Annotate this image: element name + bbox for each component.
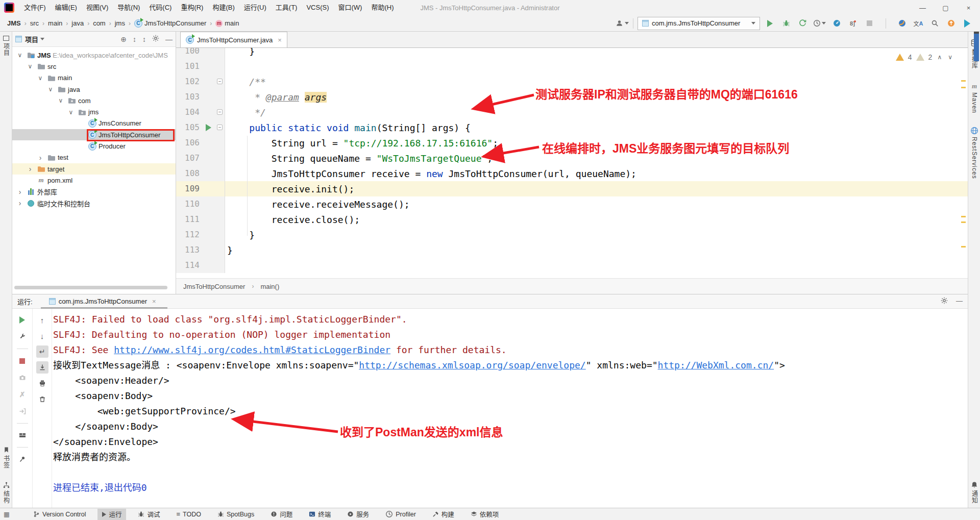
update-icon[interactable] (945, 17, 957, 30)
status-todo[interactable]: ≡TODO (172, 509, 206, 520)
breadcrumb-item-JMS[interactable]: JMS (6, 19, 22, 27)
pin-tab-button[interactable] (16, 453, 29, 465)
soft-wrap-button[interactable]: ↵ (36, 345, 48, 358)
tree-item-pom.xml[interactable]: mpom.xml (12, 175, 176, 186)
bytecode-viewer-icon[interactable]: 8] (847, 17, 859, 30)
run-gutter-icon[interactable] (206, 124, 211, 131)
menu-工具(T)[interactable]: 工具(T) (271, 0, 302, 15)
status-debug[interactable]: 调试 (133, 509, 164, 520)
scroll-to-end-button[interactable] (36, 361, 48, 374)
menu-代码(C)[interactable]: 代码(C) (144, 0, 176, 15)
profiler-button[interactable] (813, 17, 826, 30)
close-button[interactable]: × (957, 0, 980, 15)
horizontal-scrollbar[interactable] (14, 286, 167, 289)
stripe-warning-mark[interactable] (961, 80, 966, 82)
chevron-down-icon[interactable] (40, 38, 44, 40)
breadcrumb-class[interactable]: JmsToHttpConsumer (183, 283, 245, 290)
status-dependencies[interactable]: 依赖项 (466, 509, 504, 520)
console-link[interactable]: http://schemas.xmlsoap.org/soap/envelope… (359, 360, 585, 370)
user-icon[interactable] (616, 17, 629, 30)
console-output[interactable]: SLF4J: Failed to load class "org.slf4j.i… (53, 312, 966, 506)
minimize-button[interactable]: — (911, 0, 934, 15)
status-version-control[interactable]: Version Control (29, 509, 90, 520)
expand-all-icon[interactable]: ↕ (133, 35, 136, 43)
chevron-expanded-icon[interactable]: ∨ (27, 63, 34, 70)
maximize-button[interactable]: ▢ (934, 0, 957, 15)
chevron-collapsed-icon[interactable]: › (16, 199, 23, 207)
tree-item-Producer[interactable]: CProducer (12, 140, 176, 152)
chevron-expanded-icon[interactable]: ∨ (37, 75, 44, 82)
chevron-collapsed-icon[interactable]: › (16, 188, 23, 196)
print-button[interactable] (36, 377, 48, 389)
chevron-expanded-icon[interactable]: ∨ (67, 109, 75, 116)
status-profiler[interactable]: Profiler (381, 509, 421, 520)
console-link[interactable]: http://WebXml.com.cn/ (658, 360, 774, 370)
toolwindow-notifications[interactable]: 通知 (970, 481, 979, 504)
status-build[interactable]: 构建 (428, 509, 459, 520)
tree-item-JmsConsumer[interactable]: CJmsConsumer (12, 118, 176, 129)
close-tab-icon[interactable]: × (152, 298, 156, 305)
toolwindow-project[interactable]: 项目 (2, 36, 11, 56)
run-button[interactable] (764, 17, 775, 30)
plugin-icon[interactable] (896, 17, 908, 30)
chevron-collapsed-icon[interactable]: › (37, 154, 44, 162)
breadcrumb-item-com[interactable]: com (92, 19, 107, 27)
code-editor[interactable]: 100 }101102− /**103 * @param args104− */… (176, 48, 968, 278)
menu-导航(N)[interactable]: 导航(N) (113, 0, 144, 15)
translate-icon[interactable]: 文A (913, 17, 924, 30)
status-terminal[interactable]: 终端 (304, 509, 335, 520)
down-stack-trace-button[interactable]: ↓ (36, 330, 48, 342)
rerun-button[interactable] (16, 314, 29, 326)
kill-process-button[interactable]: ✗ (16, 388, 29, 401)
menu-帮助(H)[interactable]: 帮助(H) (366, 0, 398, 15)
run-configuration-select[interactable]: com.jms.JmsToHttpConsumer (638, 17, 760, 30)
tree-item-target[interactable]: ›target (12, 163, 176, 175)
tree-item-jms[interactable]: ∨jms (12, 106, 176, 117)
status-problems[interactable]: 问题 (266, 509, 297, 520)
menu-VCS(S)[interactable]: VCS(S) (302, 0, 333, 15)
toolwindow-switcher-icon[interactable]: ▦ (0, 510, 13, 518)
status-spotbugs[interactable]: SpotBugs (213, 509, 259, 520)
hide-panel-icon[interactable]: — (165, 35, 173, 43)
run-anything-icon[interactable] (962, 17, 973, 30)
locate-icon[interactable]: ⊕ (120, 35, 127, 43)
run-tab[interactable]: com.jms.JmsToHttpConsumer × (45, 294, 160, 309)
chevron-expanded-icon[interactable]: ∨ (57, 97, 64, 104)
clear-all-button[interactable] (36, 393, 48, 405)
close-tab-icon[interactable]: × (278, 36, 282, 44)
stop-button[interactable] (864, 17, 875, 30)
fold-icon[interactable]: − (217, 125, 223, 130)
menu-文件(F)[interactable]: 文件(F) (19, 0, 51, 15)
menu-构建(B)[interactable]: 构建(B) (208, 0, 239, 15)
breadcrumb-item-src[interactable]: src (29, 19, 40, 27)
tree-item-外部库[interactable]: ›外部库 (12, 186, 176, 197)
menu-视图(V)[interactable]: 视图(V) (82, 0, 113, 15)
coverage-button[interactable] (797, 17, 808, 30)
edit-configuration-button[interactable] (16, 331, 29, 343)
tree-item-JmsToHttpConsumer[interactable]: CJmsToHttpConsumer (12, 129, 176, 140)
toolwindow-restservices[interactable]: RestServices (970, 127, 978, 179)
debug-button[interactable] (780, 17, 792, 30)
thread-dump-button[interactable] (16, 372, 29, 384)
prev-warning-icon[interactable]: ∧ (936, 54, 943, 61)
console-link[interactable]: http://www.slf4j.org/codes.html#StaticLo… (114, 344, 390, 355)
next-warning-icon[interactable]: ∨ (947, 54, 953, 61)
fold-icon[interactable]: − (217, 79, 223, 84)
menu-窗口(W)[interactable]: 窗口(W) (334, 0, 367, 15)
tree-item-test[interactable]: ›test (12, 152, 176, 163)
toolwindow-maven[interactable]: mMaven (971, 82, 978, 113)
status-run[interactable]: 运行 (97, 509, 126, 520)
fold-icon[interactable]: − (217, 109, 223, 115)
toolwindow-bookmarks[interactable]: 书签 (2, 447, 11, 468)
status-services[interactable]: 服务 (342, 509, 374, 520)
menu-重构(R)[interactable]: 重构(R) (176, 0, 208, 15)
breadcrumb-item-main[interactable]: main (47, 19, 63, 27)
tree-item-java[interactable]: ∨java (12, 84, 176, 95)
chevron-expanded-icon[interactable]: ∨ (47, 86, 54, 93)
stripe-warning-mark[interactable] (961, 87, 966, 88)
layout-settings-button[interactable] (16, 429, 29, 441)
attach-button[interactable] (16, 405, 29, 417)
chevron-collapsed-icon[interactable]: › (27, 165, 34, 173)
collapse-all-icon[interactable]: ↕ (142, 35, 146, 43)
menu-编辑(E)[interactable]: 编辑(E) (51, 0, 82, 15)
